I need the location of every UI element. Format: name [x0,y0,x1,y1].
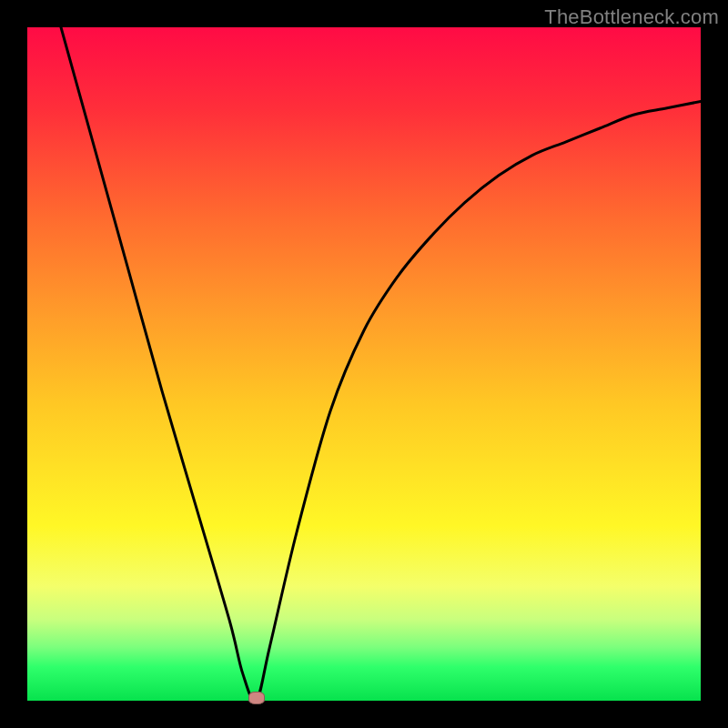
optimal-point-marker [248,692,265,704]
bottleneck-curve [61,27,701,701]
chart-frame: TheBottleneck.com [0,0,728,728]
curve-layer [27,27,701,701]
watermark-text: TheBottleneck.com [544,5,719,29]
